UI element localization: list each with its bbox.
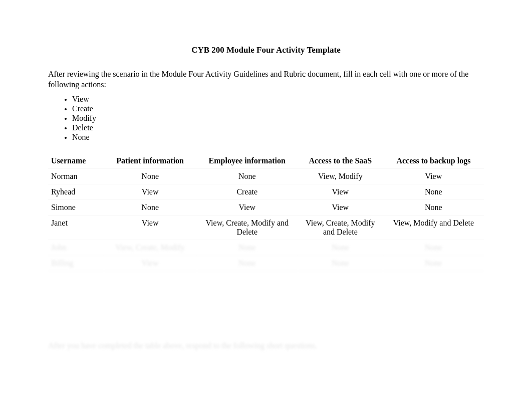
column-header-employee: Employee information [197, 153, 298, 169]
table-row-blurred: Billing View None None None [48, 256, 484, 271]
table-row: Simone None View View None [48, 200, 484, 216]
cell-saas: View [298, 184, 383, 200]
cell-saas: View [298, 200, 383, 216]
cell-username: John [48, 240, 104, 256]
cell-backup: None [383, 184, 484, 200]
cell-saas: View, Modify [298, 169, 383, 184]
cell-employee: Create [197, 184, 298, 200]
cell-employee: View [197, 200, 298, 216]
cell-patient: View, Create, Modify [104, 240, 197, 256]
cell-saas: View, Create, Modify and Delete [298, 216, 383, 240]
cell-saas: None [298, 240, 383, 256]
column-header-saas: Access to the SaaS [298, 153, 383, 169]
list-item: None [72, 132, 484, 142]
table-row: Ryhead View Create View None [48, 184, 484, 200]
cell-username: Ryhead [48, 184, 104, 200]
cell-username: Billing [48, 256, 104, 271]
cell-username: Norman [48, 169, 104, 184]
cell-employee: None [197, 256, 298, 271]
cell-backup: None [383, 256, 484, 271]
column-header-patient: Patient information [104, 153, 197, 169]
intro-paragraph: After reviewing the scenario in the Modu… [48, 69, 484, 90]
column-header-username: Username [48, 153, 104, 169]
action-list: View Create Modify Delete None [48, 94, 484, 142]
cell-username: Simone [48, 200, 104, 216]
list-item: Delete [72, 123, 484, 132]
cell-patient: View [104, 184, 197, 200]
table-header-row: Username Patient information Employee in… [48, 153, 484, 169]
permissions-table: Username Patient information Employee in… [48, 153, 484, 271]
cell-employee: None [197, 169, 298, 184]
cell-employee: None [197, 240, 298, 256]
cell-backup: None [383, 200, 484, 216]
cell-backup: None [383, 240, 484, 256]
cell-backup: View, Modify and Delete [383, 216, 484, 240]
after-note-blurred: After you have completed the table above… [48, 341, 484, 350]
cell-saas: None [298, 256, 383, 271]
cell-patient: View [104, 256, 197, 271]
cell-patient: None [104, 200, 197, 216]
page-title: CYB 200 Module Four Activity Template [48, 45, 484, 55]
table-row: Norman None None View, Modify View [48, 169, 484, 184]
cell-employee: View, Create, Modify and Delete [197, 216, 298, 240]
table-row-blurred: John View, Create, Modify None None None [48, 240, 484, 256]
list-item: Modify [72, 113, 484, 123]
cell-patient: None [104, 169, 197, 184]
cell-patient: View [104, 216, 197, 240]
list-item: View [72, 94, 484, 104]
cell-backup: View [383, 169, 484, 184]
list-item: Create [72, 104, 484, 113]
cell-username: Janet [48, 216, 104, 240]
column-header-backup: Access to backup logs [383, 153, 484, 169]
table-row: Janet View View, Create, Modify and Dele… [48, 216, 484, 240]
